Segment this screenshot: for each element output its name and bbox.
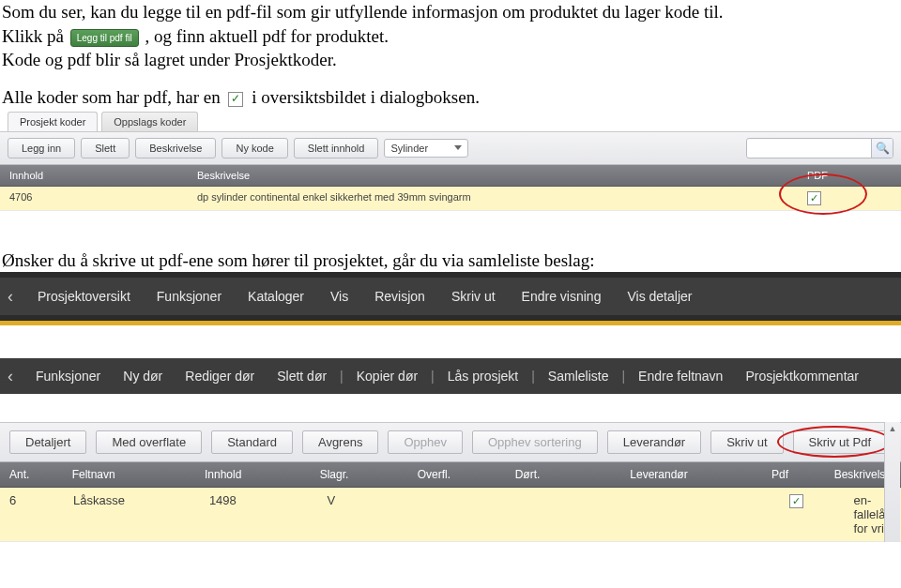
separator: | [619,369,627,384]
doc-p4a: Alle koder som har pdf, har en [2,87,224,107]
search-input[interactable] [747,140,871,157]
cell-slagr: V [318,488,418,541]
samleliste-dialog: Detaljert Med overflate Standard Avgrens… [0,422,901,542]
doc-p1: Som du ser, kan du legge til en pdf-fil … [2,2,724,22]
med-overflate-button[interactable]: Med overflate [96,430,202,454]
standard-button[interactable]: Standard [211,430,293,454]
cell-beskrivelse: dp sylinder continental enkel sikkerhet … [188,187,798,210]
chevron-left-icon[interactable]: ‹ [8,287,24,307]
cell-innhold: 1498 [200,488,318,541]
menu-vis[interactable]: Vis [317,289,361,304]
menu-skriv-ut[interactable]: Skriv ut [438,289,509,304]
avgrens-button[interactable]: Avgrens [302,430,378,454]
opphev-button: Opphev [388,430,463,454]
menu-kataloger[interactable]: Kataloger [235,289,317,304]
cell-overfl [418,488,517,541]
doc-p2b: , og finn aktuell pdf for produktet. [145,26,389,46]
cell-pdf: ✓ [780,488,844,541]
separator: | [429,369,436,384]
cell-leverandor [635,488,780,541]
scroll-up-icon[interactable]: ▲ [889,424,897,433]
menu-funksjoner[interactable]: Funksjoner [144,289,235,304]
menu-kopier-dor[interactable]: Kopier dør [345,369,429,384]
leverandor-button[interactable]: Leverandør [607,430,701,454]
chevron-left-icon[interactable]: ‹ [8,367,24,386]
detaljert-button[interactable]: Detaljert [9,430,86,454]
select-label: Sylinder [390,143,428,154]
tab-prosjekt-koder[interactable]: Prosjekt koder [8,112,98,131]
slett-button[interactable]: Slett [81,138,130,158]
menu-prosjektkommentar[interactable]: Prosjektkommentar [734,369,870,384]
cell-ant: 6 [0,488,64,541]
th-ant: Ant. [0,462,63,487]
scrollbar[interactable]: ▲ [884,422,900,542]
beskrivelse-button[interactable]: Beskrivelse [135,138,216,158]
cell-pdf: ✓ [798,187,901,210]
th-innhold: Innhold [0,165,188,186]
th-feltnavn: Feltnavn [63,462,195,487]
opphev-sortering-button: Opphev sortering [472,430,598,454]
toolbar: Detaljert Med overflate Standard Avgrens… [0,422,901,462]
doc-p3: Kode og pdf blir så lagret under Prosjek… [2,50,337,69]
menu-revisjon[interactable]: Revisjon [361,289,438,304]
menu-slett-dor[interactable]: Slett dør [266,369,338,384]
inline-checkbox-icon: ✓ [228,92,243,107]
th-dort: Dørt. [506,462,621,487]
th-innhold: Innhold [195,462,311,487]
th-slagr: Slagr. [311,462,408,487]
pdf-checkbox-icon: ✓ [807,191,821,205]
menu-vis-detaljer[interactable]: Vis detaljer [614,289,705,304]
menu-funksjoner[interactable]: Funksjoner [24,369,112,384]
skriv-ut-button[interactable]: Skriv ut [710,430,783,454]
slett-innhold-button[interactable]: Slett innhold [294,138,379,158]
toolbar: Legg inn Slett Beskrivelse Ny kode Slett… [0,132,901,165]
skriv-ut-pdf-button[interactable]: Skriv ut Pdf [793,430,887,454]
menu-endre-visning[interactable]: Endre visning [509,289,615,304]
pdf-checkbox-icon: ✓ [789,494,803,508]
doc-p5: Ønsker du å skrive ut pdf-ene som hører … [2,250,595,270]
menu-rediger-dor[interactable]: Rediger dør [174,369,266,384]
kode-dialog: Prosjekt koder Oppslags koder Legg inn S… [0,110,901,211]
doc-p4b: i oversiktsbildet i dialogboksen. [252,87,480,107]
cell-innhold: 4706 [0,187,188,210]
separator: | [529,369,537,384]
menu-prosjektoversikt[interactable]: Prosjektoversikt [24,289,144,304]
sub-menubar: ‹ Funksjoner Ny dør Rediger dør Slett dø… [0,358,901,394]
tab-oppslags-koder[interactable]: Oppslags koder [101,112,198,131]
ny-kode-button[interactable]: Ny kode [221,138,287,158]
table-header: Ant. Feltnavn Innhold Slagr. Overfl. Dør… [0,462,901,488]
tabs-row: Prosjekt koder Oppslags koder [0,110,901,132]
legg-inn-button[interactable]: Legg inn [8,138,75,158]
th-pdf: Pdf [762,462,825,487]
legg-til-pdf-chip: Legg til pdf fil [70,29,139,48]
table-header: Innhold Beskrivelse PDF [0,165,901,187]
menu-las-prosjekt[interactable]: Lås prosjekt [436,369,529,384]
th-overfl: Overfl. [408,462,506,487]
chevron-down-icon [454,145,462,150]
th-beskrivelse: Beskrivelse [188,165,798,186]
menu-samleliste[interactable]: Samleliste [537,369,620,384]
cell-dort [517,488,635,541]
kategori-select[interactable]: Sylinder [384,139,468,158]
main-menubar: ‹ Prosjektoversikt Funksjoner Kataloger … [0,278,901,315]
search-box[interactable]: 🔍 [746,138,893,158]
doc-p2a: Klikk på [2,26,69,46]
search-icon[interactable]: 🔍 [871,139,893,158]
cell-feltnavn: Låskasse [64,488,200,541]
skriv-ut-pdf-label: Skriv ut Pdf [809,435,871,449]
th-pdf: PDF [798,165,901,186]
th-leverandor: Leverandør [620,462,762,487]
menu-ny-dor[interactable]: Ny dør [112,369,174,384]
table-row[interactable]: 4706 dp sylinder continental enkel sikke… [0,187,901,211]
menu-endre-feltnavn[interactable]: Endre feltnavn [627,369,734,384]
table-row[interactable]: 6 Låskasse 1498 V ✓ en-fallelås for vrid [0,488,901,542]
separator: | [338,369,345,384]
